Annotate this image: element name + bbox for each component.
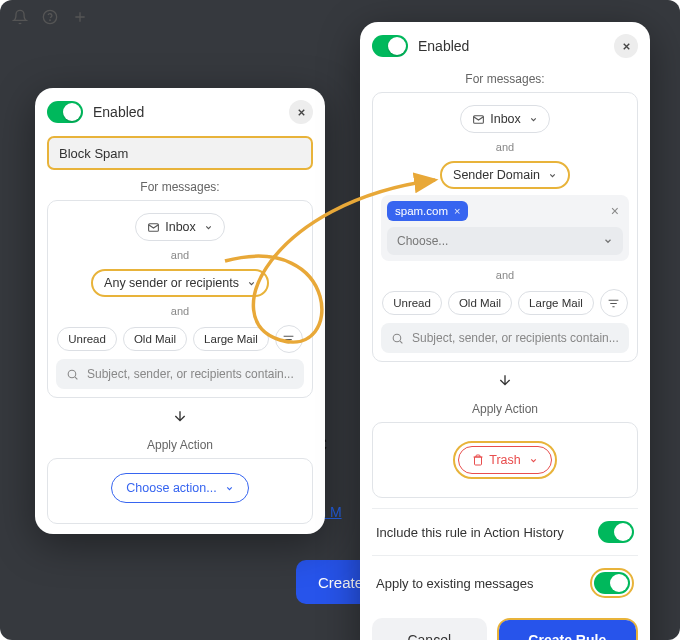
search-icon: [66, 368, 79, 381]
choose-label: Choose...: [397, 234, 448, 248]
chevron-down-icon: [548, 171, 557, 180]
apply-existing-highlight-ring: [590, 568, 634, 598]
arrow-down-icon: [360, 372, 650, 392]
cancel-button[interactable]: Cancel: [372, 618, 487, 640]
large-mail-chip[interactable]: Large Mail: [193, 327, 269, 351]
conditions-card: Inbox and Sender Domain × spam.com× Choo…: [372, 92, 638, 362]
chevron-down-icon: [529, 115, 538, 124]
old-mail-chip[interactable]: Old Mail: [448, 291, 512, 315]
chevron-down-icon: [603, 236, 613, 246]
rule-panel-after: Enabled For messages: Inbox and Sender D…: [360, 22, 650, 640]
and-label: and: [56, 305, 304, 317]
trash-action-selector[interactable]: Trash: [458, 446, 552, 474]
action-card: Choose action...: [47, 458, 313, 524]
remove-tag-icon[interactable]: ×: [454, 205, 460, 217]
plus-icon[interactable]: [72, 9, 88, 25]
add-domain-selector[interactable]: Choose...: [387, 227, 623, 255]
large-mail-chip[interactable]: Large Mail: [518, 291, 594, 315]
rule-name-input[interactable]: Block Spam: [47, 136, 313, 170]
and-label: and: [381, 269, 629, 281]
chevron-down-icon: [529, 456, 538, 465]
clear-icon[interactable]: ×: [611, 203, 619, 219]
close-icon[interactable]: [614, 34, 638, 58]
domain-tag[interactable]: spam.com×: [387, 201, 468, 221]
rule-panel-before: Enabled Block Spam For messages: Inbox a…: [35, 88, 325, 534]
search-input[interactable]: Subject, sender, or recipients contain..…: [381, 323, 629, 353]
svg-point-1: [50, 20, 51, 21]
search-input[interactable]: Subject, sender, or recipients contain..…: [56, 359, 304, 389]
enabled-toggle[interactable]: [372, 35, 408, 57]
for-messages-label: For messages:: [360, 72, 650, 86]
close-icon[interactable]: [289, 100, 313, 124]
filter-icon[interactable]: [275, 325, 303, 353]
create-highlight-ring: Create Rule: [497, 618, 638, 640]
svg-point-3: [68, 370, 76, 378]
inbox-label: Inbox: [490, 112, 521, 126]
enabled-label: Enabled: [418, 38, 469, 54]
apply-existing-toggle[interactable]: [594, 572, 630, 594]
help-icon[interactable]: [42, 9, 58, 25]
action-card: Trash: [372, 422, 638, 498]
apply-existing-row: Apply to existing messages: [372, 555, 638, 610]
sender-domain-selector[interactable]: Sender Domain: [440, 161, 570, 189]
apply-action-label: Apply Action: [360, 402, 650, 416]
apply-existing-label: Apply to existing messages: [376, 576, 534, 591]
choose-action-label: Choose action...: [126, 481, 216, 495]
sender-domain-values: × spam.com× Choose...: [381, 195, 629, 261]
unread-chip[interactable]: Unread: [57, 327, 117, 351]
search-icon: [391, 332, 404, 345]
sender-condition-selector[interactable]: Any sender or recipients: [91, 269, 269, 297]
action-label: Trash: [489, 453, 521, 467]
inbox-selector[interactable]: Inbox: [135, 213, 225, 241]
condition-label: Sender Domain: [453, 168, 540, 182]
chevron-down-icon: [225, 484, 234, 493]
chevron-down-icon: [204, 223, 213, 232]
choose-action-selector[interactable]: Choose action...: [111, 473, 248, 503]
create-rule-button[interactable]: Create Rule: [499, 620, 636, 640]
for-messages-label: For messages:: [35, 180, 325, 194]
chevron-down-icon: [247, 279, 256, 288]
include-history-row: Include this rule in Action History: [372, 508, 638, 555]
old-mail-chip[interactable]: Old Mail: [123, 327, 187, 351]
enabled-label: Enabled: [93, 104, 144, 120]
bell-icon[interactable]: [12, 9, 28, 25]
and-label: and: [381, 141, 629, 153]
search-placeholder: Subject, sender, or recipients contain..…: [412, 331, 619, 345]
domain-tag-label: spam.com: [395, 205, 448, 217]
condition-label: Any sender or recipients: [104, 276, 239, 290]
search-placeholder: Subject, sender, or recipients contain..…: [87, 367, 294, 381]
include-history-toggle[interactable]: [598, 521, 634, 543]
inbox-selector[interactable]: Inbox: [460, 105, 550, 133]
apply-action-label: Apply Action: [35, 438, 325, 452]
filter-icon[interactable]: [600, 289, 628, 317]
arrow-down-icon: [35, 408, 325, 428]
conditions-card: Inbox and Any sender or recipients and U…: [47, 200, 313, 398]
include-history-label: Include this rule in Action History: [376, 525, 564, 540]
inbox-label: Inbox: [165, 220, 196, 234]
trash-icon: [472, 454, 484, 466]
unread-chip[interactable]: Unread: [382, 291, 442, 315]
action-highlight-ring: Trash: [453, 441, 557, 479]
svg-point-5: [393, 334, 401, 342]
enabled-toggle[interactable]: [47, 101, 83, 123]
and-label: and: [56, 249, 304, 261]
